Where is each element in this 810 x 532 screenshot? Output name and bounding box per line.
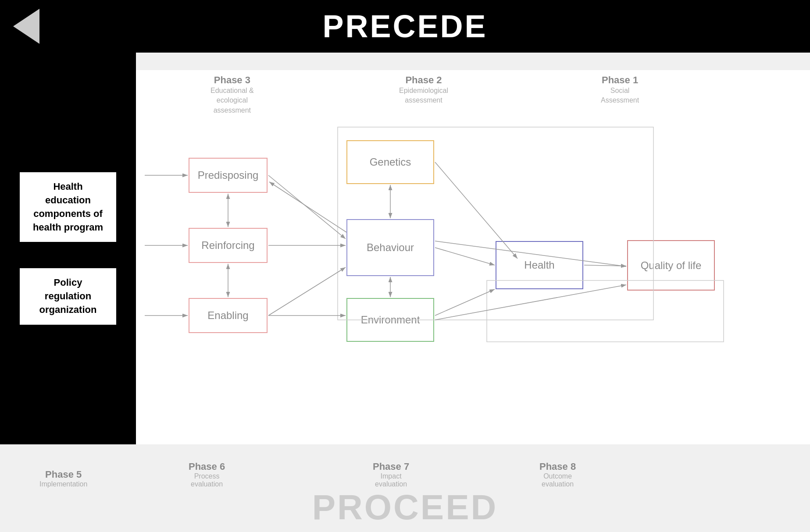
svg-line-20 — [584, 265, 626, 266]
predisposing-box: Predisposing — [189, 158, 268, 193]
quality-of-life-box: Quality of life — [627, 240, 715, 291]
arrow-left-icon — [13, 9, 39, 44]
policy-regulation-box: Policy regulation organization — [20, 268, 116, 324]
top-bar: PRECEDE — [0, 0, 810, 53]
svg-line-21 — [269, 182, 346, 232]
health-box: Health — [496, 241, 583, 289]
bottom-bar: Phase 5 Implementation Phase 6 Processev… — [0, 444, 810, 532]
phase7-label: Phase 7 Impactevaluation — [373, 461, 409, 488]
svg-line-17 — [435, 289, 495, 316]
diagram-area: Phase 3 Educational &ecologicalassessmen… — [136, 70, 810, 444]
phase8-name: Phase 8 — [539, 461, 576, 472]
genetics-box: Genetics — [346, 140, 434, 184]
left-sidebar: Health education components of health pr… — [0, 53, 136, 444]
phase5-desc: Implementation — [39, 480, 87, 488]
phase6-desc: Processevaluation — [189, 472, 225, 488]
phase2-desc: Epidemiologicalassessment — [399, 86, 448, 106]
environment-box: Environment — [346, 298, 434, 342]
svg-line-11 — [268, 267, 346, 316]
phase1-name: Phase 1 — [601, 74, 639, 86]
svg-line-9 — [268, 175, 346, 239]
enabling-box: Enabling — [189, 298, 268, 333]
phase8-label: Phase 8 Outcomeevaluation — [539, 461, 576, 488]
phase1-desc: SocialAssessment — [601, 86, 639, 106]
reinforcing-box: Reinforcing — [189, 228, 268, 263]
precede-title: PRECEDE — [322, 8, 487, 44]
proceed-title: PROCEED — [312, 487, 498, 528]
phase8-desc: Outcomeevaluation — [539, 472, 576, 488]
phase7-name: Phase 7 — [373, 461, 409, 472]
phase6-name: Phase 6 — [189, 461, 225, 472]
health-education-box: Health education components of health pr… — [20, 172, 116, 242]
phase1-label: Phase 1 SocialAssessment — [601, 74, 639, 106]
svg-line-19 — [435, 285, 626, 320]
phase5-name: Phase 5 — [39, 469, 87, 480]
phase2-name: Phase 2 — [399, 74, 448, 86]
phase3-desc: Educational &ecologicalassessment — [211, 86, 254, 115]
phase3-name: Phase 3 — [211, 74, 254, 86]
phase5-label: Phase 5 Implementation — [39, 469, 87, 488]
phase7-desc: Impactevaluation — [373, 472, 409, 488]
phase6-label: Phase 6 Processevaluation — [189, 461, 225, 488]
phase3-label: Phase 3 Educational &ecologicalassessmen… — [211, 74, 254, 115]
phase2-label: Phase 2 Epidemiologicalassessment — [399, 74, 448, 106]
svg-line-16 — [435, 248, 495, 265]
behaviour-box: Behaviour — [346, 219, 434, 276]
